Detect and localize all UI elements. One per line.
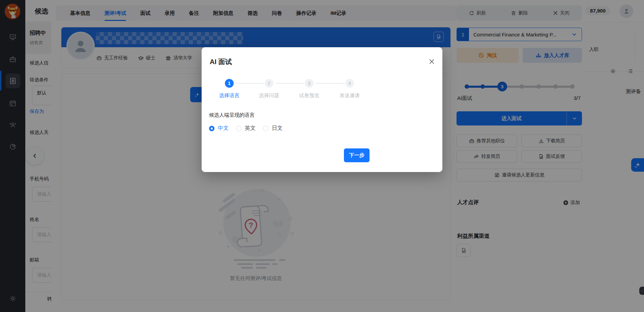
next-step-button[interactable]: 下一步 <box>344 148 370 162</box>
radio-japanese-label: 日文 <box>272 125 283 132</box>
radio-unselected-icon <box>263 126 268 131</box>
radio-english-label: 英文 <box>245 125 256 132</box>
step-4-label: 发送邀请 <box>329 92 370 99</box>
step-1-circle: 1 <box>225 79 234 88</box>
radio-option-chinese[interactable]: 中文 <box>209 125 229 132</box>
modal-close-icon[interactable] <box>427 57 436 66</box>
language-question-label: 候选人端呈现的语言 <box>209 112 255 118</box>
step-line-2-3 <box>275 83 304 84</box>
ai-interview-modal: AI 面试 1 2 3 4 选择语言 选择问题 试卷预览 发送邀请 候选人端呈现… <box>202 47 442 172</box>
step-line-1-2 <box>235 83 264 84</box>
radio-unselected-icon <box>236 126 241 131</box>
radio-chinese-label: 中文 <box>218 125 229 132</box>
step-1-label: 选择语言 <box>209 92 250 99</box>
app-root: 候选 87,900 招聘中 销售类 候选人信 筛选条件 默认 保存为 候选人关 … <box>0 0 644 312</box>
modal-title: AI 面试 <box>210 57 232 66</box>
radio-option-japanese[interactable]: 日文 <box>263 125 283 132</box>
step-3-label: 试卷预览 <box>289 92 329 99</box>
step-2-circle: 2 <box>265 79 273 88</box>
step-4-circle: 4 <box>345 79 354 88</box>
radio-option-english[interactable]: 英文 <box>236 125 256 132</box>
language-radio-group: 中文 英文 日文 <box>209 125 283 132</box>
step-2-label: 选择问题 <box>249 92 289 99</box>
step-line-3-4 <box>315 83 345 84</box>
step-3-circle: 3 <box>305 79 314 88</box>
radio-selected-icon <box>209 126 214 131</box>
